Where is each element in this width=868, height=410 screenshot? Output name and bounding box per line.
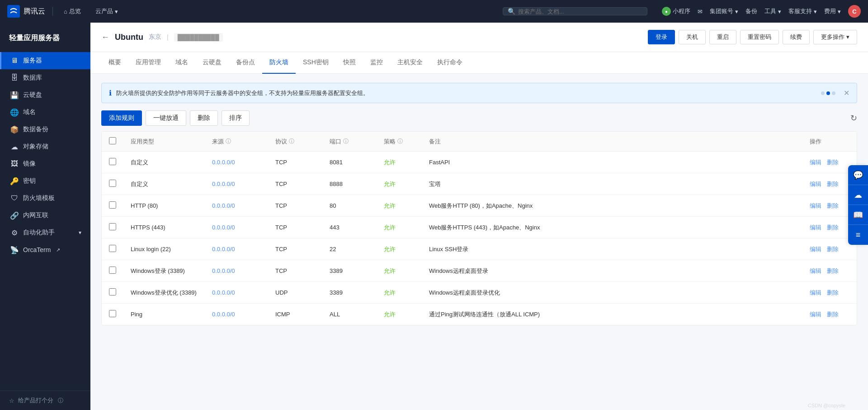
tools-link[interactable]: 工具 ▾ bbox=[764, 7, 781, 15]
delete-button-0[interactable]: 删除 bbox=[827, 158, 839, 167]
tab-backup-point[interactable]: 备份点 bbox=[229, 52, 262, 74]
sidebar-item-intranet[interactable]: 🔗 内网互联 bbox=[0, 207, 90, 224]
right-sidebar-cloud[interactable]: ☁ bbox=[848, 185, 868, 205]
sidebar-bottom-rating[interactable]: ☆ 给产品打个分 ⓘ bbox=[0, 391, 90, 410]
cell-note-0: FastAPI bbox=[422, 152, 802, 173]
delete-button-1[interactable]: 删除 bbox=[827, 180, 839, 188]
tab-host-security[interactable]: 主机安全 bbox=[390, 52, 430, 74]
tab-app-management[interactable]: 应用管理 bbox=[128, 52, 168, 74]
cell-source-2[interactable]: 0.0.0.0/0 bbox=[205, 195, 268, 217]
row-checkbox-3[interactable] bbox=[109, 223, 116, 230]
sidebar-item-firewall-template[interactable]: 🛡 防火墙模板 bbox=[0, 190, 90, 207]
more-actions-button[interactable]: 更多操作 ▾ bbox=[813, 30, 857, 44]
nav-products[interactable]: 云产品 ▾ bbox=[92, 5, 122, 17]
cell-source-1[interactable]: 0.0.0.0/0 bbox=[205, 173, 268, 195]
logo[interactable]: 腾讯云 bbox=[7, 5, 45, 18]
row-checkbox-7[interactable] bbox=[109, 310, 116, 317]
billing-link[interactable]: 费用 ▾ bbox=[824, 7, 841, 15]
row-checkbox-5[interactable] bbox=[109, 267, 116, 274]
user-avatar[interactable]: C bbox=[848, 5, 861, 18]
alert-close-button[interactable]: ✕ bbox=[844, 89, 849, 97]
cell-source-3[interactable]: 0.0.0.0/0 bbox=[205, 217, 268, 238]
right-sidebar-chat[interactable]: 💬 bbox=[848, 165, 868, 185]
cell-source-7[interactable]: 0.0.0.0/0 bbox=[205, 304, 268, 325]
tab-snapshot[interactable]: 快照 bbox=[336, 52, 363, 74]
delete-button-2[interactable]: 删除 bbox=[827, 202, 839, 210]
tab-domain[interactable]: 域名 bbox=[168, 52, 195, 74]
search-input[interactable] bbox=[518, 8, 642, 15]
back-button[interactable]: ← bbox=[101, 33, 109, 42]
mail-link[interactable]: ✉ bbox=[698, 8, 703, 15]
cloud-icon: ☁ bbox=[854, 190, 862, 200]
table-row: Linux login (22) 0.0.0.0/0 TCP 22 允许 Lin… bbox=[102, 238, 857, 260]
reset-password-button[interactable]: 重置密码 bbox=[740, 30, 779, 44]
tab-overview[interactable]: 概要 bbox=[101, 52, 128, 74]
support-link[interactable]: 客服支持 ▾ bbox=[788, 7, 817, 15]
one-click-button[interactable]: 一键放通 bbox=[146, 110, 186, 126]
delete-button-6[interactable]: 删除 bbox=[827, 289, 839, 297]
cell-source-5[interactable]: 0.0.0.0/0 bbox=[205, 260, 268, 282]
firewall-toolbar: 添加规则 一键放通 删除 排序 ↻ bbox=[101, 110, 857, 126]
edit-button-2[interactable]: 编辑 bbox=[810, 202, 821, 210]
tab-firewall[interactable]: 防火墙 bbox=[262, 52, 296, 74]
tab-ssh-key[interactable]: SSH密钥 bbox=[296, 52, 336, 74]
edit-button-6[interactable]: 编辑 bbox=[810, 289, 821, 297]
sidebar-item-domain[interactable]: 🌐 域名 bbox=[0, 104, 90, 121]
edit-button-4[interactable]: 编辑 bbox=[810, 245, 821, 253]
cell-source-0[interactable]: 0.0.0.0/0 bbox=[205, 152, 268, 173]
right-sidebar-docs[interactable]: 📖 bbox=[848, 205, 868, 225]
row-checkbox-2[interactable] bbox=[109, 201, 116, 209]
edit-button-7[interactable]: 编辑 bbox=[810, 310, 821, 319]
sidebar-item-database[interactable]: 🗄 数据库 bbox=[0, 69, 90, 86]
backup-link[interactable]: 备份 bbox=[745, 7, 757, 15]
mail-icon: ✉ bbox=[698, 8, 703, 15]
row-checkbox-6[interactable] bbox=[109, 288, 116, 296]
refresh-icon[interactable]: ↻ bbox=[850, 113, 857, 123]
policy-info-icon[interactable]: ⓘ bbox=[397, 138, 403, 145]
delete-button[interactable]: 删除 bbox=[190, 110, 218, 126]
edit-button-0[interactable]: 编辑 bbox=[810, 158, 821, 167]
row-checkbox-4[interactable] bbox=[109, 245, 116, 252]
sidebar-item-key[interactable]: 🔑 密钥 bbox=[0, 172, 90, 190]
sidebar-item-backup[interactable]: 📦 数据备份 bbox=[0, 121, 90, 138]
row-checkbox-0[interactable] bbox=[109, 158, 116, 165]
delete-button-4[interactable]: 删除 bbox=[827, 245, 839, 253]
sidebar-item-disk[interactable]: 💾 云硬盘 bbox=[0, 86, 90, 104]
cell-policy-0: 允许 bbox=[377, 152, 422, 173]
shutdown-button[interactable]: 关机 bbox=[679, 30, 706, 44]
sidebar-item-server[interactable]: 🖥 服务器 bbox=[0, 52, 90, 69]
sidebar-item-automation[interactable]: ⚙ 自动化助手 ▾ bbox=[0, 224, 90, 241]
chevron-down-icon: ▾ bbox=[735, 8, 738, 15]
sort-button[interactable]: 排序 bbox=[222, 110, 250, 126]
port-info-icon[interactable]: ⓘ bbox=[343, 138, 349, 145]
row-checkbox-1[interactable] bbox=[109, 180, 116, 187]
sidebar-item-orcaterm[interactable]: 📡 OrcaTerm ↗ bbox=[0, 241, 90, 258]
restart-button[interactable]: 重启 bbox=[709, 30, 736, 44]
miniapp-link[interactable]: ● 小程序 bbox=[662, 7, 690, 16]
tab-monitor[interactable]: 监控 bbox=[363, 52, 390, 74]
tab-cloud-disk[interactable]: 云硬盘 bbox=[195, 52, 229, 74]
nav-home[interactable]: ⌂ 总览 bbox=[60, 5, 85, 17]
delete-button-5[interactable]: 删除 bbox=[827, 267, 839, 275]
search-bar[interactable]: 🔍 bbox=[503, 7, 647, 15]
delete-button-3[interactable]: 删除 bbox=[827, 224, 839, 232]
cell-source-4[interactable]: 0.0.0.0/0 bbox=[205, 238, 268, 260]
cell-source-6[interactable]: 0.0.0.0/0 bbox=[205, 282, 268, 304]
select-all-checkbox[interactable] bbox=[109, 137, 116, 144]
group-account-link[interactable]: 集团账号 ▾ bbox=[710, 7, 738, 15]
sidebar-item-image[interactable]: 🖼 镜像 bbox=[0, 155, 90, 172]
tab-run-command[interactable]: 执行命令 bbox=[430, 52, 470, 74]
renew-button[interactable]: 续费 bbox=[783, 30, 810, 44]
login-button[interactable]: 登录 bbox=[648, 30, 675, 44]
add-rule-button[interactable]: 添加规则 bbox=[101, 110, 142, 126]
chevron-down-icon: ▾ bbox=[79, 229, 81, 236]
table-row: HTTP (80) 0.0.0.0/0 TCP 80 允许 Web服务HTTP … bbox=[102, 195, 857, 217]
edit-button-3[interactable]: 编辑 bbox=[810, 224, 821, 232]
edit-button-5[interactable]: 编辑 bbox=[810, 267, 821, 275]
protocol-info-icon[interactable]: ⓘ bbox=[289, 138, 294, 145]
sidebar-item-object-storage[interactable]: ☁ 对象存储 bbox=[0, 138, 90, 155]
right-sidebar-menu[interactable]: ≡ bbox=[848, 225, 868, 245]
source-info-icon[interactable]: ⓘ bbox=[226, 138, 231, 145]
delete-button-7[interactable]: 删除 bbox=[827, 310, 839, 319]
edit-button-1[interactable]: 编辑 bbox=[810, 180, 821, 188]
